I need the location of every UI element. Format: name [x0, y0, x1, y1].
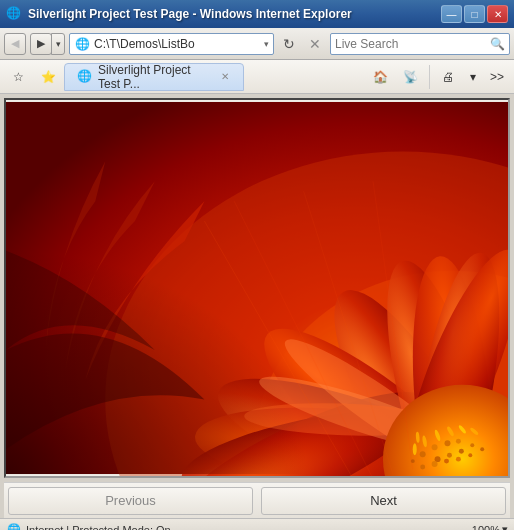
feed-icon: 📡 — [403, 69, 419, 85]
nav-dropdown-button[interactable]: ▾ — [51, 33, 65, 55]
print-button[interactable]: 🖨 — [434, 63, 462, 91]
zoom-control[interactable]: 100% ▾ — [472, 523, 508, 530]
tab-close-button[interactable]: ✕ — [219, 70, 231, 83]
tab-title: Silverlight Project Test P... — [98, 63, 213, 91]
title-bar: 🌐 Silverlight Project Test Page - Window… — [0, 0, 514, 28]
ie-icon: 🌐 — [6, 6, 22, 22]
star-icon: ☆ — [10, 69, 26, 85]
svg-rect-43 — [6, 102, 508, 474]
window-title: Silverlight Project Test Page - Windows … — [28, 7, 352, 21]
bottom-navigation: Previous Next — [4, 482, 510, 518]
maximize-button[interactable]: □ — [464, 5, 485, 23]
favorites-button[interactable]: ⭐ — [34, 63, 62, 91]
browser-content — [4, 98, 510, 478]
status-right: 100% ▾ — [472, 523, 508, 530]
previous-button[interactable]: Previous — [8, 487, 253, 515]
back-button[interactable]: ◀ — [4, 33, 26, 55]
active-tab[interactable]: 🌐 Silverlight Project Test P... ✕ — [64, 63, 244, 91]
internet-zone-icon: 🌐 — [6, 522, 22, 531]
home-icon: 🏠 — [373, 69, 389, 85]
status-text: Internet | Protected Mode: On — [26, 524, 171, 531]
status-bar: 🌐 Internet | Protected Mode: On 100% ▾ — [0, 518, 514, 530]
search-input[interactable] — [335, 37, 489, 51]
tab-bar: 🌐 Silverlight Project Test P... ✕ — [64, 63, 244, 91]
print-icon: 🖨 — [440, 69, 456, 85]
stop-button[interactable]: ✕ — [304, 33, 326, 55]
address-favicon: 🌐 — [74, 36, 90, 52]
tab-favicon: 🌐 — [77, 69, 92, 85]
forward-button[interactable]: ▶ — [30, 33, 52, 55]
more-button[interactable]: >> — [484, 63, 510, 91]
toolbar: ☆ ⭐ 🌐 Silverlight Project Test P... ✕ 🏠 … — [0, 60, 514, 94]
zoom-dropdown-icon[interactable]: ▾ — [502, 523, 508, 530]
next-button[interactable]: Next — [261, 487, 506, 515]
address-dropdown-icon[interactable]: ▾ — [264, 39, 269, 49]
refresh-button[interactable]: ↻ — [278, 33, 300, 55]
favorites-add-button[interactable]: ☆ — [4, 63, 32, 91]
navigation-bar: ◀ ▶ ▾ 🌐 C:\T\Demos\ListBo ▾ ↻ ✕ 🔍 — [0, 28, 514, 60]
favorites-icon: ⭐ — [40, 69, 56, 85]
address-bar[interactable]: 🌐 C:\T\Demos\ListBo ▾ — [69, 33, 274, 55]
address-text: C:\T\Demos\ListBo — [94, 37, 260, 51]
close-button[interactable]: ✕ — [487, 5, 508, 23]
feed-button[interactable]: 📡 — [397, 63, 425, 91]
search-bar[interactable]: 🔍 — [330, 33, 510, 55]
toolbar-separator — [429, 65, 430, 89]
search-icon[interactable]: 🔍 — [489, 36, 505, 52]
zoom-value: 100% — [472, 524, 500, 531]
title-bar-left: 🌐 Silverlight Project Test Page - Window… — [6, 6, 352, 22]
toolbar-right: 🏠 📡 🖨 ▾ >> — [367, 63, 510, 91]
flower-image — [6, 100, 508, 476]
home-button[interactable]: 🏠 — [367, 63, 395, 91]
window-controls: — □ ✕ — [441, 5, 508, 23]
print-dropdown[interactable]: ▾ — [464, 63, 482, 91]
minimize-button[interactable]: — — [441, 5, 462, 23]
